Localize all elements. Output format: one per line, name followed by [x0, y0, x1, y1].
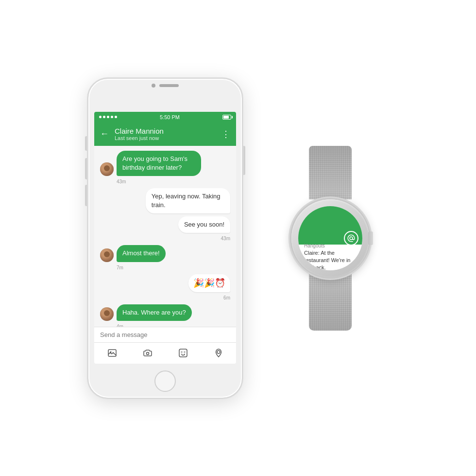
svg-rect-3 — [179, 349, 187, 357]
watch-screen-bottom: Hangouts Claire: At the restaurant! We'r… — [298, 245, 362, 270]
status-time: 5:50 PM — [160, 114, 180, 120]
message-row: See you soon! — [100, 216, 230, 233]
phone-speaker — [159, 84, 179, 87]
svg-point-4 — [217, 351, 220, 353]
phone-volume-up-button — [85, 158, 87, 179]
message-row: Are you going to Sam's birthday dinner l… — [100, 151, 230, 176]
message-row: Almost there! — [100, 245, 230, 262]
phone-camera — [152, 84, 155, 88]
avatar-image — [100, 248, 114, 262]
signal-dot-2 — [103, 116, 105, 118]
location-icon[interactable] — [213, 348, 224, 358]
bubble-outgoing-emoji: 🎉🎉⏰ — [188, 274, 230, 292]
image-icon[interactable] — [107, 348, 118, 358]
phone-device: 5:50 PM ← Claire Mannion Last seen just … — [87, 78, 243, 399]
timestamp: 43m — [117, 179, 230, 184]
bubble-incoming: Haha. Where are you? — [117, 304, 192, 321]
phone-power-button — [243, 146, 245, 175]
timestamp: 6m — [100, 295, 230, 300]
message-row: Haha. Where are you? — [100, 304, 230, 321]
message-row: 🎉🎉⏰ — [100, 274, 230, 292]
watch-device: Hangouts Claire: At the restaurant! We'r… — [272, 146, 389, 331]
phone-mute-button — [85, 136, 87, 151]
status-bar: 5:50 PM — [94, 112, 236, 123]
timestamp: 7m — [117, 265, 230, 270]
svg-point-2 — [146, 353, 149, 355]
message-input[interactable] — [100, 331, 230, 338]
watch-band-top — [309, 146, 352, 199]
contact-name: Claire Mannion — [115, 127, 216, 135]
avatar-image — [100, 162, 114, 176]
watch-band-bottom — [309, 272, 352, 331]
scene: 5:50 PM ← Claire Mannion Last seen just … — [0, 0, 476, 476]
menu-button[interactable]: ⋮ — [221, 129, 230, 140]
avatar — [100, 307, 114, 321]
avatar-image — [100, 307, 114, 321]
phone-screen: 5:50 PM ← Claire Mannion Last seen just … — [94, 112, 236, 364]
input-bar — [94, 327, 236, 342]
signal-dot-1 — [99, 116, 102, 118]
app-header: ← Claire Mannion Last seen just now ⋮ — [94, 123, 236, 146]
battery-icon — [222, 115, 231, 120]
watch-hangouts-icon — [344, 231, 358, 246]
signal-dot-4 — [111, 116, 113, 118]
watch-screen: Hangouts Claire: At the restaurant! We'r… — [298, 206, 362, 270]
back-button[interactable]: ← — [100, 129, 109, 139]
phone-volume-down-button — [85, 185, 87, 206]
header-info: Claire Mannion Last seen just now — [115, 127, 216, 141]
phone-top-bar — [152, 84, 179, 88]
sticker-icon[interactable] — [178, 348, 188, 358]
battery-fill — [223, 116, 229, 119]
bottom-toolbar — [94, 342, 236, 364]
phone-home-button[interactable] — [154, 370, 176, 392]
bubble-outgoing: Yep, leaving now. Taking train. — [146, 188, 230, 213]
camera-icon[interactable] — [142, 348, 153, 358]
signal-dots — [99, 116, 117, 118]
signal-dot-5 — [115, 116, 117, 118]
watch-notification-text: Claire: At the restaurant! We're in the … — [304, 249, 357, 270]
status-icons — [222, 115, 231, 120]
timestamp: 43m — [100, 236, 230, 241]
contact-status: Last seen just now — [115, 135, 216, 141]
chat-area: Are you going to Sam's birthday dinner l… — [94, 146, 236, 327]
bubble-incoming: Are you going to Sam's birthday dinner l… — [117, 151, 201, 176]
avatar — [100, 162, 114, 176]
message-row: Yep, leaving now. Taking train. — [100, 188, 230, 213]
bubble-incoming: Almost there! — [117, 245, 166, 262]
signal-dot-3 — [107, 116, 109, 118]
watch-case: Hangouts Claire: At the restaurant! We'r… — [291, 199, 369, 277]
avatar — [100, 248, 114, 262]
bubble-outgoing: See you soon! — [178, 216, 230, 233]
watch-crown — [368, 231, 373, 245]
